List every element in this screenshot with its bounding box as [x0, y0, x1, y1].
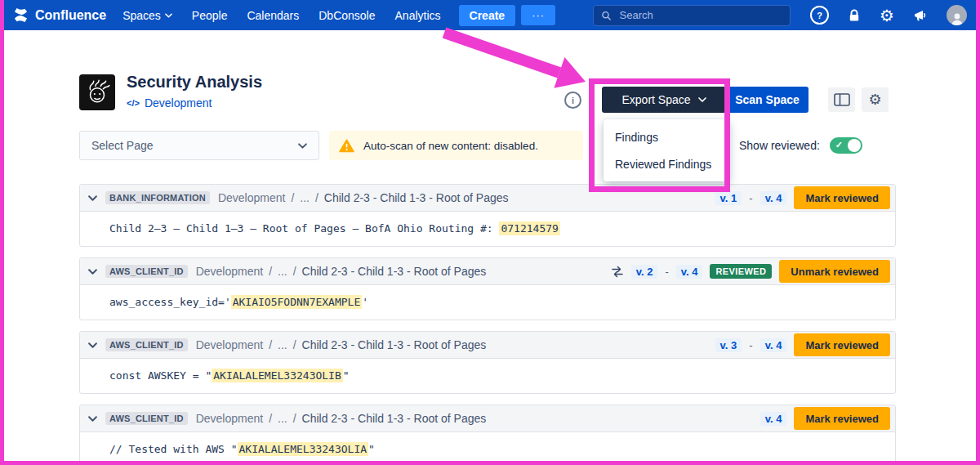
chevron-down-icon	[165, 13, 172, 18]
finding-actions: v. 3 - v. 4 Mark reviewed	[715, 333, 890, 356]
chevron-down-icon[interactable]	[88, 269, 97, 275]
search-icon	[601, 10, 611, 21]
version-from-link[interactable]: v. 2	[631, 265, 658, 279]
info-icon[interactable]: i	[564, 92, 581, 109]
breadcrumb-page[interactable]: Child 2-3 - Child 1-3 - Root of Pages	[302, 412, 487, 425]
version-from-link[interactable]: v. 3	[715, 338, 742, 352]
finding-card: AWS_CLIENT_ID Development / ... / Child …	[79, 257, 896, 320]
page-title: Security Analysis	[127, 73, 262, 92]
breadcrumb-ellipsis[interactable]: ...	[300, 191, 310, 204]
space-name: Development	[145, 96, 212, 110]
chevron-down-icon	[698, 97, 706, 102]
nav-item-calendars[interactable]: Calendars	[247, 9, 299, 22]
warning-text: Auto-scan of new content: disabled.	[363, 140, 538, 152]
screenshot-border-left	[0, 0, 4, 465]
space-breadcrumb-link[interactable]: </> Development	[127, 96, 212, 110]
help-icon[interactable]: ?	[810, 6, 829, 25]
show-reviewed-toggle[interactable]: ✓	[830, 137, 862, 154]
search-input[interactable]	[618, 8, 783, 22]
breadcrumb-ellipsis[interactable]: ...	[278, 412, 287, 425]
breadcrumb-page[interactable]: Child 2-3 - Child 1-3 - Root of Pages	[302, 265, 487, 278]
code-icon: </>	[127, 98, 140, 108]
select-page-label: Select Page	[91, 139, 154, 152]
breadcrumb-separator: /	[269, 412, 272, 425]
finding-actions: v. 4 Mark reviewed	[760, 407, 890, 430]
export-space-button[interactable]: Export Space	[602, 87, 726, 113]
columns-icon	[834, 93, 850, 106]
breadcrumb-separator: /	[269, 265, 272, 278]
breadcrumb-page[interactable]: Child 2-3 - Child 1-3 - Root of Pages	[324, 191, 509, 204]
code-text: // Tested with AWS "	[109, 443, 238, 455]
finding-type-badge: AWS_CLIENT_ID	[105, 412, 188, 425]
export-space-label: Export Space	[621, 93, 690, 106]
reviewed-status-badge: REVIEWED	[710, 264, 772, 279]
space-avatar-doodle	[82, 78, 112, 107]
screenshot-root: Confluence Spaces People Calendars DbCon…	[0, 0, 980, 465]
menu-item-reviewed-findings[interactable]: Reviewed Findings	[604, 150, 729, 177]
brand-name: Confluence	[35, 8, 106, 23]
settings-gear-icon[interactable]: ⚙	[880, 7, 894, 24]
breadcrumb: Development / ... / Child 2-3 - Child 1-…	[196, 338, 487, 351]
finding-card: AWS_CLIENT_ID Development / ... / Child …	[79, 331, 896, 394]
breadcrumb: Development / ... / Child 2-3 - Child 1-…	[196, 265, 487, 278]
finding-card: BANK_INFORMATION Development / ... / Chi…	[79, 184, 896, 247]
version-to-link[interactable]: v. 4	[760, 412, 787, 426]
breadcrumb-separator: /	[293, 265, 296, 278]
code-text: "	[368, 443, 375, 455]
mark-reviewed-button[interactable]: Mark reviewed	[794, 407, 890, 430]
mark-reviewed-button[interactable]: Mark reviewed	[794, 333, 890, 356]
confluence-home-link[interactable]: Confluence	[13, 7, 106, 23]
breadcrumb-page[interactable]: Child 2-3 - Child 1-3 - Root of Pages	[302, 338, 487, 351]
version-separator: -	[665, 266, 668, 278]
mark-reviewed-button[interactable]: Mark reviewed	[794, 186, 890, 209]
code-text: Child 2–3 – Child 1–3 – Root of Pages – …	[109, 222, 499, 235]
nav-item-analytics[interactable]: Analytics	[395, 9, 441, 22]
more-button[interactable]: ···	[521, 5, 555, 25]
scan-space-button[interactable]: Scan Space	[726, 87, 808, 113]
secret-highlight: 071214579	[499, 221, 559, 235]
breadcrumb-space[interactable]: Development	[218, 191, 286, 204]
show-reviewed-label: Show reviewed:	[739, 139, 820, 152]
finding-type-badge: AWS_CLIENT_ID	[105, 338, 188, 351]
version-to-link[interactable]: v. 4	[676, 265, 703, 279]
finding-code: const AWSKEY = "AKIALALEMEL33243OLIB"	[80, 359, 895, 393]
chevron-down-icon[interactable]	[88, 342, 97, 348]
finding-header: AWS_CLIENT_ID Development / ... / Child …	[80, 258, 895, 285]
warning-icon	[339, 139, 354, 153]
lock-icon[interactable]	[848, 8, 861, 23]
space-settings-button[interactable]: ⚙	[862, 87, 889, 112]
select-page-dropdown[interactable]: Select Page	[79, 131, 319, 160]
unmark-reviewed-button[interactable]: Unmark reviewed	[779, 260, 890, 283]
panels-button[interactable]	[828, 87, 855, 112]
breadcrumb-space[interactable]: Development	[196, 338, 264, 351]
breadcrumb-ellipsis[interactable]: ...	[278, 265, 287, 278]
nav-item-spaces[interactable]: Spaces	[122, 9, 172, 22]
version-from-link[interactable]: v. 1	[715, 191, 742, 205]
breadcrumb-separator: /	[293, 412, 296, 425]
menu-item-findings[interactable]: Findings	[604, 123, 729, 150]
version-to-link[interactable]: v. 4	[760, 191, 787, 205]
confluence-logo-icon	[13, 7, 29, 23]
compare-versions-icon[interactable]	[611, 266, 624, 278]
finding-type-badge: AWS_CLIENT_ID	[105, 265, 188, 278]
breadcrumb-space[interactable]: Development	[196, 265, 264, 278]
nav-item-dbconsole[interactable]: DbConsole	[318, 9, 375, 22]
finding-header: AWS_CLIENT_ID Development / ... / Child …	[80, 332, 895, 359]
version-to-link[interactable]: v. 4	[760, 338, 787, 352]
breadcrumb-ellipsis[interactable]: ...	[278, 338, 287, 351]
chevron-down-icon[interactable]	[88, 195, 97, 201]
user-avatar[interactable]	[947, 5, 967, 25]
version-separator: -	[749, 192, 752, 204]
chevron-down-icon[interactable]	[88, 416, 97, 422]
annotation-arrow	[434, 25, 598, 98]
nav-right-icons: ? ⚙	[810, 5, 967, 25]
breadcrumb-separator: /	[269, 338, 272, 351]
announcement-icon[interactable]	[913, 9, 928, 22]
search-box[interactable]	[593, 5, 791, 26]
finding-header: AWS_CLIENT_ID Development / ... / Child …	[80, 405, 895, 432]
create-button[interactable]: Create	[459, 5, 516, 26]
nav-item-people[interactable]: People	[192, 9, 228, 22]
gear-icon: ⚙	[868, 91, 881, 109]
top-nav: Confluence Spaces People Calendars DbCon…	[0, 0, 980, 30]
breadcrumb-space[interactable]: Development	[196, 412, 264, 425]
